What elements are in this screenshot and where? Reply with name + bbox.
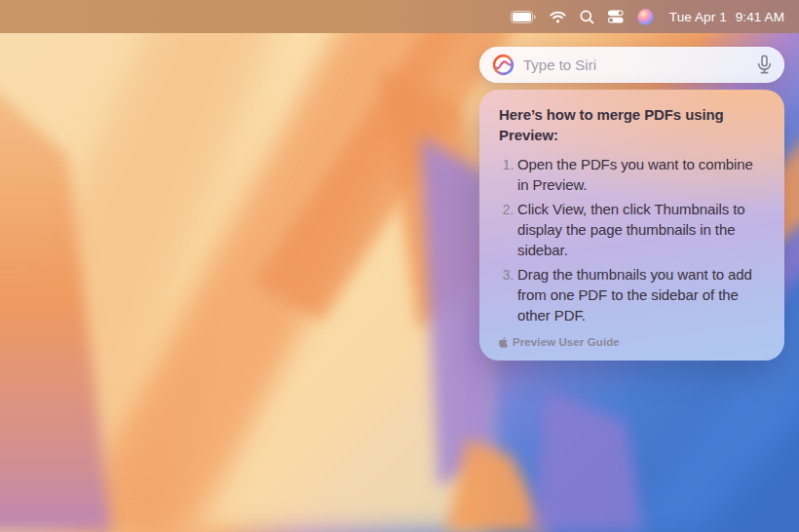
- siri-response-card: Here’s how to merge PDFs using Preview: …: [479, 90, 784, 361]
- microphone-icon[interactable]: [757, 55, 772, 75]
- siri-panel: Here’s how to merge PDFs using Preview: …: [479, 47, 784, 361]
- response-steps-list: Open the PDFs you want to combine in Pre…: [499, 154, 765, 329]
- siri-text-input[interactable]: [523, 57, 748, 73]
- step-item-3: Drag the thumbnails you want to add from…: [517, 264, 765, 325]
- battery-icon[interactable]: [511, 0, 536, 33]
- menu-bar-clock[interactable]: Tue Apr 1 9:41 AM: [669, 10, 784, 24]
- clock-time: 9:41 AM: [736, 10, 784, 24]
- siri-input-bar[interactable]: [479, 47, 784, 83]
- siri-menubar-icon[interactable]: [637, 0, 654, 33]
- source-label: Preview User Guide: [513, 336, 620, 348]
- siri-orb-icon: [492, 54, 514, 76]
- step-item-2: Click View, then click Thumbnails to dis…: [517, 199, 765, 260]
- apple-logo-icon: [499, 337, 508, 348]
- wifi-icon[interactable]: [550, 0, 566, 33]
- clock-date: Tue Apr 1: [669, 10, 727, 24]
- spotlight-search-icon[interactable]: [580, 0, 594, 33]
- menu-bar: Tue Apr 1 9:41 AM: [0, 0, 799, 33]
- response-heading: Here’s how to merge PDFs using Preview:: [499, 104, 725, 145]
- source-link[interactable]: Preview User Guide: [499, 336, 765, 348]
- control-center-icon[interactable]: [608, 0, 624, 33]
- step-item-1: Open the PDFs you want to combine in Pre…: [517, 154, 765, 195]
